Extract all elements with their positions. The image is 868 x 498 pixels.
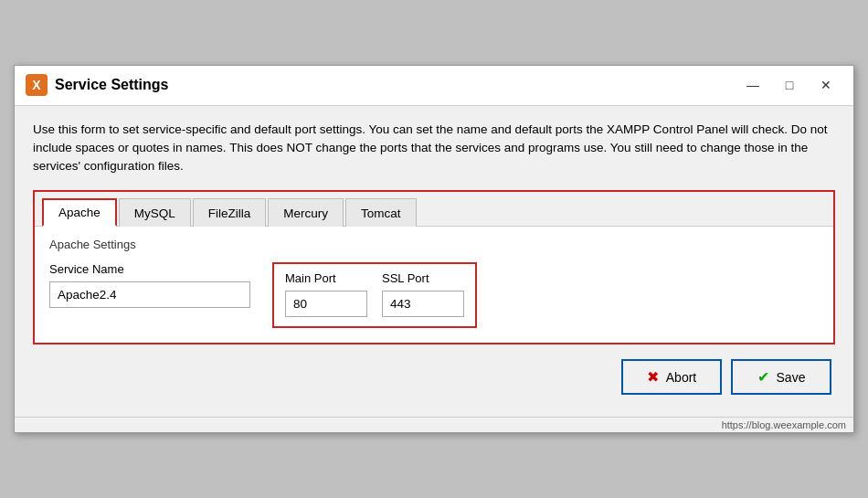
description-text: Use this form to set service-specific an… [33,121,835,176]
bottom-buttons: ✖ Abort ✔ Save [33,359,835,402]
ssl-port-group: SSL Port [382,271,464,317]
settings-panel: Apache Settings Service Name Main Port [35,227,833,343]
app-icon: X [26,74,48,96]
tabs-row: Apache MySQL FileZilla Mercury Tomcat [35,192,833,227]
tab-filezilla[interactable]: FileZilla [193,198,267,227]
service-name-group: Service Name [49,262,250,308]
status-bar: https://blog.weexample.com [15,417,853,432]
abort-icon: ✖ [647,368,659,386]
window-controls: — □ ✕ [736,72,842,98]
fields-row: Service Name Main Port SSL Port [49,262,819,328]
tab-mercury[interactable]: Mercury [268,198,344,227]
title-bar: X Service Settings — □ ✕ [15,66,853,106]
abort-label: Abort [666,370,696,385]
service-name-label: Service Name [49,262,250,276]
close-button[interactable]: ✕ [810,72,842,98]
maximize-button[interactable]: □ [773,72,806,98]
tabs-and-settings-container: Apache MySQL FileZilla Mercury Tomcat Ap… [33,190,835,344]
main-port-input[interactable] [285,291,367,317]
tab-mysql[interactable]: MySQL [119,198,191,227]
ssl-port-input[interactable] [382,291,464,317]
ssl-port-label: SSL Port [382,271,464,285]
port-inputs-container: Main Port SSL Port [272,262,477,328]
tab-apache[interactable]: Apache [42,198,117,227]
settings-group-label: Apache Settings [49,238,819,251]
minimize-button[interactable]: — [736,72,769,98]
service-name-input[interactable] [49,281,250,308]
abort-button[interactable]: ✖ Abort [621,359,722,395]
tab-tomcat[interactable]: Tomcat [345,198,417,227]
service-settings-window: X Service Settings — □ ✕ Use this form t… [14,65,854,434]
main-port-label: Main Port [285,271,367,285]
window-content: Use this form to set service-specific an… [15,106,853,418]
window-title: Service Settings [55,77,729,93]
save-label: Save [777,370,806,385]
main-port-group: Main Port [285,271,367,317]
save-icon: ✔ [757,368,769,386]
status-bar-text: https://blog.weexample.com [722,419,846,430]
save-button[interactable]: ✔ Save [731,359,831,395]
